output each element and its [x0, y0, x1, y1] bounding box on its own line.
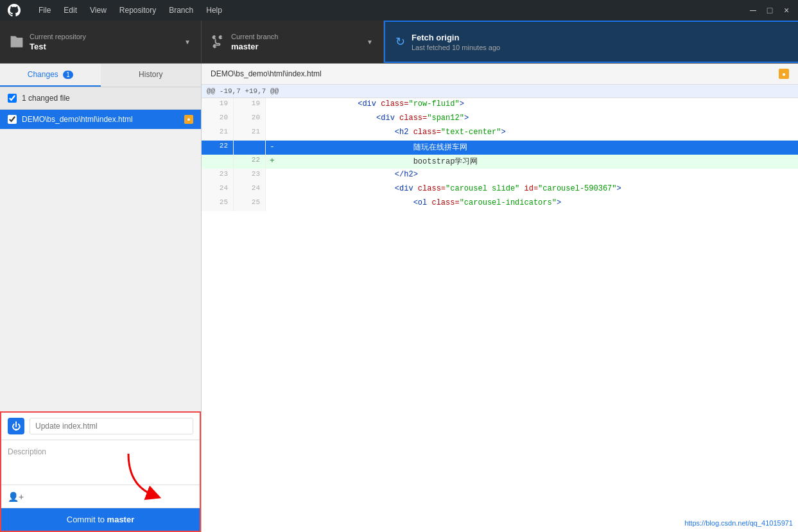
diff-content: @@ -19,7 +19,7 @@ 19 19 <div class="row-… — [202, 85, 798, 532]
diff-old-num: 24 — [202, 183, 234, 197]
diff-line-removed-selected: 22 - 随玩在线拼车网 — [202, 141, 798, 155]
menu-view[interactable]: View — [85, 3, 112, 17]
menu-help[interactable]: Help — [201, 3, 227, 17]
repo-label: Current repository — [30, 33, 86, 40]
diff-line-added: 22 + bootstrap学习网 — [202, 155, 798, 169]
diff-code: <h2 class="text-center"> — [279, 126, 798, 141]
file-modified-badge: ● — [184, 115, 193, 124]
diff-code: <div class="row-fluid"> — [279, 98, 798, 112]
commit-description-area[interactable]: Description — [1, 440, 200, 485]
diff-old-num: 25 — [202, 197, 234, 211]
fetch-label: Fetch origin — [412, 33, 500, 42]
refresh-icon: ↻ — [395, 35, 405, 49]
diff-line: 24 24 <div class="carousel slide" id="ca… — [202, 183, 798, 197]
fetch-text: Fetch origin Last fetched 10 minutes ago — [412, 33, 500, 51]
commit-message-input[interactable] — [30, 418, 193, 434]
diff-line: 21 21 <h2 class="text-center"> — [202, 126, 798, 141]
branch-icon — [212, 35, 225, 48]
file-name: DEMO\bs_demo\html\index.html — [22, 115, 179, 124]
fetch-origin-section[interactable]: ↻ Fetch origin Last fetched 10 minutes a… — [384, 21, 798, 63]
file-item[interactable]: DEMO\bs_demo\html\index.html ● — [0, 110, 201, 129]
diff-header: DEMO\bs_demo\html\index.html ● — [202, 64, 798, 85]
power-icon: ⏻ — [12, 421, 21, 431]
current-branch-section[interactable]: Current branch master ▼ — [202, 21, 384, 63]
fetch-sub: Last fetched 10 minutes ago — [412, 44, 500, 51]
commit-avatar: ⏻ — [8, 418, 24, 434]
add-coauthor-icon[interactable]: 👤+ — [8, 492, 24, 502]
diff-code: <div class="carousel slide" id="carousel… — [279, 183, 798, 197]
changed-files-header: 1 changed file — [0, 87, 201, 110]
diff-sign: + — [266, 155, 279, 169]
menu-branch[interactable]: Branch — [164, 3, 198, 17]
diff-new-num: 23 — [234, 169, 266, 183]
diff-new-num: 19 — [234, 98, 266, 112]
diff-code: 随玩在线拼车网 — [279, 141, 798, 155]
current-repo-section[interactable]: Current repository Test ▼ — [0, 21, 202, 63]
commit-button[interactable]: Commit to master — [1, 508, 200, 531]
changes-badge: 1 — [63, 71, 73, 79]
diff-hunk-header: @@ -19,7 +19,7 @@ — [202, 85, 798, 98]
commit-area: ⏻ Description 👤+ Commit to master — [0, 411, 201, 532]
minimize-button[interactable]: ─ — [748, 5, 758, 15]
toolbar: Current repository Test ▼ Current branch… — [0, 21, 798, 64]
branch-chevron-icon: ▼ — [367, 39, 373, 46]
main-content: Changes 1 History 1 changed file DEMO\bs… — [0, 64, 798, 532]
sidebar: Changes 1 History 1 changed file DEMO\bs… — [0, 64, 202, 532]
branch-label: Current branch — [231, 33, 278, 40]
diff-old-num: 19 — [202, 98, 234, 112]
diff-new-num — [234, 141, 266, 155]
menu-bar: File Edit View Repository Branch Help — [33, 3, 227, 17]
diff-code: bootstrap学习网 — [279, 155, 798, 169]
repo-name: Test — [30, 42, 86, 51]
github-logo-icon — [8, 4, 21, 17]
menu-repository[interactable]: Repository — [114, 3, 161, 17]
diff-sign — [266, 98, 279, 112]
diff-old-num — [202, 155, 234, 169]
diff-old-num: 20 — [202, 112, 234, 126]
diff-old-num: 22 — [202, 141, 234, 155]
tab-changes[interactable]: Changes 1 — [0, 64, 101, 87]
diff-sign — [266, 112, 279, 126]
diff-new-num: 25 — [234, 197, 266, 211]
diff-new-num: 21 — [234, 126, 266, 141]
diff-modified-badge: ● — [779, 69, 789, 79]
commit-footer: 👤+ — [1, 485, 200, 508]
diff-line: 25 25 <ol class="carousel-indicators"> — [202, 197, 798, 211]
diff-old-num: 23 — [202, 169, 234, 183]
diff-code: <div class="span12"> — [279, 112, 798, 126]
maximize-button[interactable]: □ — [765, 5, 775, 15]
diff-line: 20 20 <div class="span12"> — [202, 112, 798, 126]
diff-new-num: 22 — [234, 155, 266, 169]
close-button[interactable]: × — [781, 5, 792, 15]
commit-description-placeholder: Description — [8, 447, 46, 456]
diff-sign — [266, 183, 279, 197]
branch-name: master — [231, 42, 278, 51]
select-all-checkbox[interactable] — [8, 94, 17, 103]
repo-chevron-icon: ▼ — [184, 39, 191, 46]
diff-sign — [266, 197, 279, 211]
diff-code: <ol class="carousel-indicators"> — [279, 197, 798, 211]
repo-icon — [10, 35, 23, 48]
changed-files-count: 1 changed file — [22, 94, 70, 103]
sidebar-tabs: Changes 1 History — [0, 64, 201, 87]
diff-code: </h2> — [279, 169, 798, 183]
branch-text: Current branch master — [231, 33, 278, 51]
repo-text: Current repository Test — [30, 33, 86, 51]
titlebar: File Edit View Repository Branch Help ─ … — [0, 0, 798, 21]
diff-new-num: 24 — [234, 183, 266, 197]
commit-btn-branch: master — [107, 515, 135, 524]
diff-sign: - — [266, 141, 279, 155]
diff-area: DEMO\bs_demo\html\index.html ● @@ -19,7 … — [202, 64, 798, 532]
diff-file-path: DEMO\bs_demo\html\index.html — [211, 69, 322, 78]
menu-edit[interactable]: Edit — [58, 3, 82, 17]
diff-line: 19 19 <div class="row-fluid"> — [202, 98, 798, 112]
diff-sign — [266, 126, 279, 141]
menu-file[interactable]: File — [33, 3, 56, 17]
file-checkbox[interactable] — [8, 115, 17, 124]
sidebar-file-list: 1 changed file DEMO\bs_demo\html\index.h… — [0, 87, 201, 411]
diff-new-num: 20 — [234, 112, 266, 126]
tab-history[interactable]: History — [101, 64, 202, 87]
window-controls: ─ □ × — [748, 5, 792, 15]
commit-message-row: ⏻ — [1, 413, 200, 440]
diff-old-num: 21 — [202, 126, 234, 141]
